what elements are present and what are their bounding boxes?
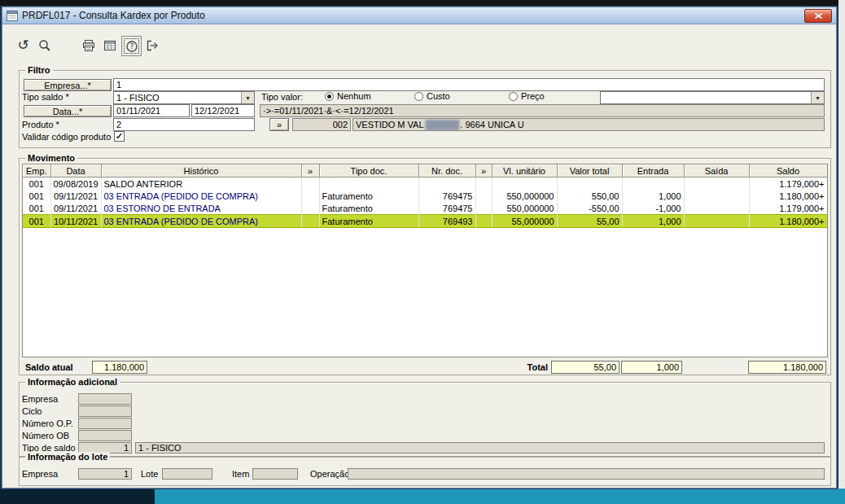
expand-nr-doc-button[interactable]: » [475,164,492,177]
search-button[interactable] [35,36,54,55]
adicional-empresa-label: Empresa [22,394,58,405]
produto-codigo-field: 002 [292,118,351,131]
help-button[interactable]: ? [121,36,142,56]
exit-button[interactable] [142,36,161,55]
close-icon [815,13,822,19]
data-fim-input[interactable] [191,104,255,117]
adicional-numero-ob-label: Número OB [22,431,69,441]
app-window: PRDFL017 - Consulta Kardex por Produto ↺… [2,7,837,489]
radio-label-custo: Custo [427,91,450,101]
movimento-group-label: Movimento [25,153,77,164]
radio-nenhum[interactable]: Nenhum [325,91,371,101]
column-header-entrada: Entrada [622,164,684,177]
lote-label: Lote [141,469,158,480]
validar-label: Validar código produto [22,132,111,142]
movimento-table-body: 00109/08/2019SALDO ANTERIOR1.179,000+001… [23,177,827,228]
help-icon: ? [125,40,138,53]
item-field [252,468,298,480]
radio-custo[interactable]: Custo [414,91,450,101]
chevron-down-icon[interactable]: ▼ [811,92,824,103]
total-label: Total [483,362,548,373]
movimento-table[interactable]: Emp. Data Histórico » Tipo doc. Nr. doc.… [22,164,828,357]
adicional-tipo-saldo-desc-field: 1 - FISICO [135,442,825,454]
produto-descricao-field: VESTIDO M VAL ██████ . 9664 UNICA U [352,118,825,131]
calendar-icon [103,39,116,52]
data-button[interactable]: Data...* [24,105,112,117]
titlebar[interactable]: PRDFL017 - Consulta Kardex por Produto [2,7,836,24]
adicional-empresa-field [78,393,132,405]
produto-label: Produto * [22,120,59,130]
info-lote-group-label: Informação do lote [25,452,110,462]
radio-circle-preco[interactable] [509,92,518,101]
printer-icon [82,39,95,52]
desktop-background-right [838,0,845,489]
chevron-down-icon[interactable]: ▼ [241,92,254,103]
column-header-data: Data [50,164,101,177]
table-row[interactable]: 00109/11/202103 ENTRADA (PEDIDO DE COMPR… [23,190,827,202]
produto-expand-button[interactable]: » [269,118,289,131]
column-header-saida: Saída [684,164,749,177]
table-header-row: Emp. Data Histórico » Tipo doc. Nr. doc.… [23,164,827,177]
adicional-numero-op-field [78,418,132,429]
data-inicio-input[interactable] [113,104,190,117]
radio-circle-nenhum[interactable] [325,92,334,101]
column-header-saldo: Saldo [749,164,827,177]
column-header-nr-doc: Nr. doc. [418,164,475,177]
info-adicional-group-label: Informação adicional [25,377,120,388]
saldo-atual-field: 1.180,000 [92,361,147,374]
exit-icon [146,39,159,52]
tipo-saldo-value: 1 - FISICO [114,92,241,103]
produto-desc-prefix: VESTIDO M VAL [356,120,424,129]
window-title: PRDFL017 - Consulta Kardex por Produto [22,10,205,21]
desktop-background-top [0,0,845,7]
empresa-button[interactable]: Empresa...* [24,79,112,91]
table-row[interactable]: 00109/11/202103 ESTORNO DE ENTRADAFatura… [23,202,827,215]
search-icon [38,39,51,52]
window-icon [7,11,18,21]
table-row[interactable]: 00109/08/2019SALDO ANTERIOR1.179,000+ [23,177,827,191]
adicional-ciclo-field [78,405,132,417]
adicional-numero-op-label: Número O.P. [22,419,73,429]
produto-desc-suffix: . 9664 UNICA U [460,120,523,129]
undo-icon: ↺ [17,38,28,52]
filtro-group-label: Filtro [25,65,53,76]
operacao-label: Operação [310,469,349,480]
operacao-field [348,468,825,480]
tipo-saldo-label: Tipo saldo * [22,92,69,103]
produto-desc-masked: ██████ [426,120,459,129]
data-expressao-field: ·>·=01/11/2021·&·<·=12/12/2021 [260,104,825,117]
lote-field [162,468,212,480]
tipo-valor-label: Tipo valor: [261,92,303,103]
desktop-background-bottom-left [0,489,155,504]
item-label: Item [232,469,249,480]
column-header-historico: Histórico [101,164,301,177]
adicional-ciclo-label: Ciclo [22,406,42,417]
lote-empresa-label: Empresa [22,469,58,480]
produto-input[interactable] [113,118,255,131]
saldo-atual-label: Saldo atual [25,362,73,373]
tipo-saldo-combobox[interactable]: 1 - FISICO ▼ [113,91,255,104]
radio-label-nenhum: Nenhum [337,91,371,101]
svg-text:?: ? [129,42,134,50]
radio-circle-custo[interactable] [414,92,423,101]
validar-checkbox[interactable] [114,131,125,142]
total-saldo-field: 1.180,000 [748,361,826,374]
radio-label-preco: Preço [521,91,545,101]
print-button[interactable] [79,36,98,55]
expand-historico-button[interactable]: » [301,164,319,177]
column-header-tipo-doc: Tipo doc. [319,164,418,177]
total-entrada-field: 1,000 [621,361,682,374]
table-row[interactable]: 00110/11/202103 ENTRADA (PEDIDO DE COMPR… [23,215,827,228]
empresa-input[interactable] [113,78,825,91]
column-header-emp: Emp. [23,164,50,177]
tipo-valor-combobox[interactable]: ▼ [600,91,825,104]
close-button[interactable] [804,9,832,23]
undo-button[interactable]: ↺ [14,36,33,55]
lote-empresa-field: 1 [78,468,132,480]
column-header-valor-total: Valor total [557,164,622,177]
radio-preco[interactable]: Preço [509,91,545,101]
calendar-button[interactable] [100,36,119,55]
desktop-background-bottom-right [155,489,845,504]
tipo-valor-combo-value [601,92,811,103]
total-valor-total-field: 55,00 [551,361,620,374]
